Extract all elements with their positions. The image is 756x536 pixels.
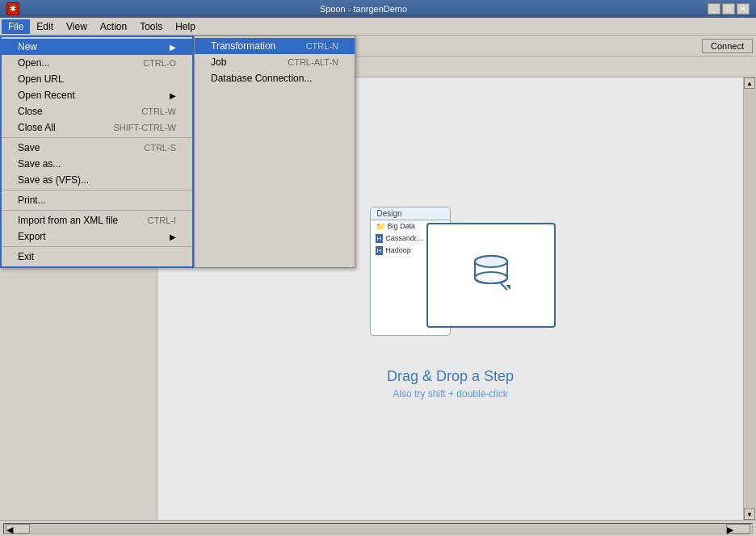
menu-file[interactable]: File	[2, 19, 30, 34]
menu-export[interactable]: Export ▶	[2, 228, 192, 245]
new-transformation[interactable]: Transformation CTRL-N	[195, 38, 355, 54]
menu-import-xml[interactable]: Import from an XML file CTRL-I	[2, 212, 192, 228]
drop-area: Design 📁 Big Data H Cassandr... H Hadoop	[346, 199, 556, 400]
new-transformation-shortcut: CTRL-N	[306, 41, 338, 51]
menu-close-all[interactable]: Close All SHIFT-CTRL-W	[2, 119, 192, 136]
scroll-track[interactable]	[744, 89, 756, 509]
title-bar: ✱ Spoon - tanrgenDemo _ □ ✕	[0, 0, 756, 18]
close-button[interactable]: ✕	[737, 3, 750, 15]
connect-button[interactable]: Connect	[702, 39, 753, 53]
file-menu: New ▶ Open... CTRL-O Open URL Open Recen…	[0, 36, 194, 268]
menu-save-shortcut: CTRL-S	[144, 143, 176, 153]
menu-open-label: Open...	[18, 57, 49, 69]
new-transformation-label: Transformation	[211, 40, 275, 52]
menu-tools[interactable]: Tools	[133, 19, 169, 34]
drop-subtitle: Also try shift + double-click	[393, 388, 507, 400]
menu-view[interactable]: View	[60, 19, 94, 34]
menu-import-xml-shortcut: CTRL-I	[148, 216, 176, 225]
window-controls: _ □ ✕	[708, 3, 750, 15]
new-job[interactable]: Job CTRL-ALT-N	[195, 54, 355, 70]
menu-save-as-vfs-label: Save as (VFS)...	[18, 174, 89, 186]
hscroll-left[interactable]: ◀	[6, 524, 30, 534]
db-panel	[426, 223, 556, 328]
drop-illustration: Design 📁 Big Data H Cassandr... H Hadoop	[346, 199, 556, 360]
menu-new-label: New	[18, 41, 37, 52]
menu-open[interactable]: Open... CTRL-O	[2, 55, 192, 71]
menu-open-recent-label: Open Recent	[18, 90, 75, 101]
menu-close[interactable]: Close CTRL-W	[2, 103, 192, 119]
hscroll-right[interactable]: ▶	[726, 524, 750, 534]
db-panel-inner	[428, 224, 554, 326]
menu-import-xml-label: Import from an XML file	[18, 215, 118, 226]
menu-action[interactable]: Action	[94, 19, 133, 34]
menu-open-url-label: Open URL	[18, 73, 64, 85]
menu-close-all-shortcut: SHIFT-CTRL-W	[113, 123, 176, 132]
db-icon-large	[467, 249, 515, 300]
database-icon	[467, 249, 515, 298]
menu-sep-3	[2, 210, 192, 211]
scroll-down[interactable]: ▼	[744, 509, 755, 520]
menu-sep-2	[2, 190, 192, 191]
new-db-connection[interactable]: Database Connection...	[195, 70, 355, 86]
menu-bar: File Edit View Action Tools Help	[0, 18, 756, 36]
menu-edit[interactable]: Edit	[30, 19, 60, 34]
menu-close-all-label: Close All	[18, 122, 56, 133]
menu-open-shortcut: CTRL-O	[143, 58, 176, 68]
svg-point-3	[475, 256, 507, 267]
menu-save-label: Save	[18, 142, 40, 153]
menu-print-label: Print...	[18, 195, 46, 206]
window-title: Spoon - tanrgenDemo	[320, 4, 407, 14]
minimize-button[interactable]: _	[708, 3, 720, 15]
new-job-label: Job	[211, 57, 226, 68]
new-job-shortcut: CTRL-ALT-N	[288, 57, 338, 67]
scroll-up[interactable]: ▲	[744, 77, 755, 89]
right-scrollbar: ▲ ▼	[743, 77, 756, 520]
menu-open-url[interactable]: Open URL	[2, 71, 192, 87]
menu-close-label: Close	[18, 106, 43, 117]
menu-new-arrow: ▶	[170, 43, 176, 52]
dropdown-overlay: New ▶ Open... CTRL-O Open URL Open Recen…	[0, 36, 355, 268]
menu-exit-label: Exit	[18, 251, 34, 262]
menu-save[interactable]: Save CTRL-S	[2, 140, 192, 156]
menu-export-label: Export	[18, 231, 46, 242]
new-submenu: Transformation CTRL-N Job CTRL-ALT-N Dat…	[194, 36, 355, 268]
design-tab: Design	[371, 207, 450, 220]
menu-help[interactable]: Help	[169, 19, 202, 34]
status-bar: ◀ ▶	[0, 520, 756, 536]
maximize-button[interactable]: □	[722, 3, 735, 15]
menu-sep-1	[2, 137, 192, 138]
menu-open-recent[interactable]: Open Recent ▶	[2, 87, 192, 103]
bottom-scrollbar[interactable]: ◀ ▶	[3, 523, 753, 534]
menu-close-shortcut: CTRL-W	[141, 107, 176, 116]
menu-save-as[interactable]: Save as...	[2, 156, 192, 172]
menu-open-recent-arrow: ▶	[170, 91, 176, 100]
menu-print[interactable]: Print...	[2, 192, 192, 208]
drop-title: Drag & Drop a Step	[387, 368, 514, 385]
app-logo: ✱	[6, 2, 19, 15]
new-db-connection-label: Database Connection...	[211, 73, 312, 84]
menu-export-arrow: ▶	[170, 232, 176, 241]
menu-exit[interactable]: Exit	[2, 249, 192, 265]
menu-save-as-label: Save as...	[18, 158, 61, 170]
menu-new[interactable]: New ▶	[2, 39, 192, 55]
menu-sep-4	[2, 246, 192, 247]
menu-save-as-vfs[interactable]: Save as (VFS)...	[2, 172, 192, 188]
